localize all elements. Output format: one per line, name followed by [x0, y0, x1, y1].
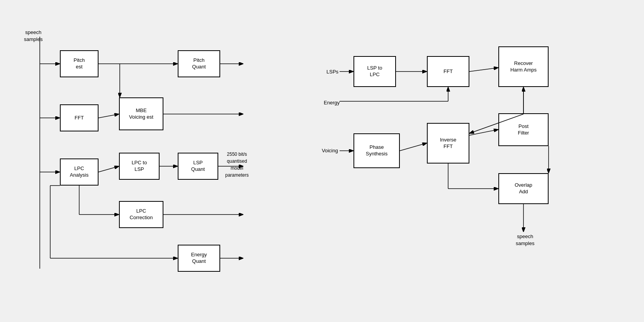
- box-energy-quant: EnergyQuant: [178, 245, 220, 272]
- box-lpc-correction-label: LPCCorrection: [130, 208, 153, 221]
- label-output-params: 2550 bit/squantisedmodelparameters: [225, 151, 249, 179]
- box-recover-harm-amps-label: RecoverHarm Amps: [510, 60, 537, 73]
- box-mbe-voicing-label: MBEVoicing est: [129, 107, 153, 121]
- label-lsps: LSPs: [326, 69, 338, 75]
- box-recover-harm-amps: RecoverHarm Amps: [498, 46, 549, 87]
- box-pitch-est-label: Pitchest: [74, 57, 85, 70]
- label-energy: Energy: [324, 100, 340, 106]
- svg-line-10: [99, 166, 119, 172]
- box-pitch-est: Pitchest: [60, 50, 99, 77]
- box-fft-left-label: FFT: [75, 115, 84, 121]
- box-energy-quant-label: EnergyQuant: [191, 252, 207, 265]
- box-pitch-quant: PitchQuant: [178, 50, 220, 77]
- box-fft-left: FFT: [60, 104, 99, 131]
- label-voicing: Voicing: [322, 148, 338, 153]
- box-lpc-to-lsp-label: LPC toLSP: [132, 160, 147, 173]
- box-pitch-quant-label: PitchQuant: [192, 57, 206, 70]
- box-lsp-to-lpc: LSP toLPC: [353, 56, 396, 87]
- box-inverse-fft: InverseFFT: [427, 123, 469, 164]
- box-lpc-correction: LPCCorrection: [119, 201, 163, 228]
- box-post-filter-label: PostFilter: [518, 123, 529, 136]
- main-container: Pitchest FFT LPCAnalysis PitchQuant MBEV…: [0, 0, 644, 322]
- box-lsp-quant: LSPQuant: [178, 153, 218, 180]
- svg-line-8: [99, 114, 119, 118]
- box-lpc-analysis: LPCAnalysis: [60, 158, 99, 186]
- box-phase-synthesis: PhaseSynthesis: [353, 133, 400, 168]
- box-lsp-to-lpc-label: LSP toLPC: [367, 65, 382, 78]
- box-phase-synthesis-label: PhaseSynthesis: [366, 144, 387, 157]
- box-fft-right-label: FFT: [443, 68, 453, 75]
- box-mbe-voicing: MBEVoicing est: [119, 97, 163, 130]
- svg-line-23: [469, 68, 498, 72]
- svg-line-27: [400, 143, 427, 151]
- box-lpc-to-lsp: LPC toLSP: [119, 153, 160, 180]
- label-speech-samples-right: speechsamples: [516, 233, 534, 247]
- box-post-filter: PostFilter: [498, 113, 549, 146]
- box-overlap-add-label: OverlapAdd: [515, 182, 532, 195]
- box-overlap-add: OverlapAdd: [498, 173, 549, 204]
- box-fft-right: FFT: [427, 56, 469, 87]
- box-inverse-fft-label: InverseFFT: [440, 137, 457, 150]
- box-lpc-analysis-label: LPCAnalysis: [70, 165, 88, 179]
- box-lsp-quant-label: LSPQuant: [191, 160, 205, 173]
- svg-line-30: [469, 129, 498, 135]
- label-speech-samples-left: speechsamples: [24, 29, 42, 43]
